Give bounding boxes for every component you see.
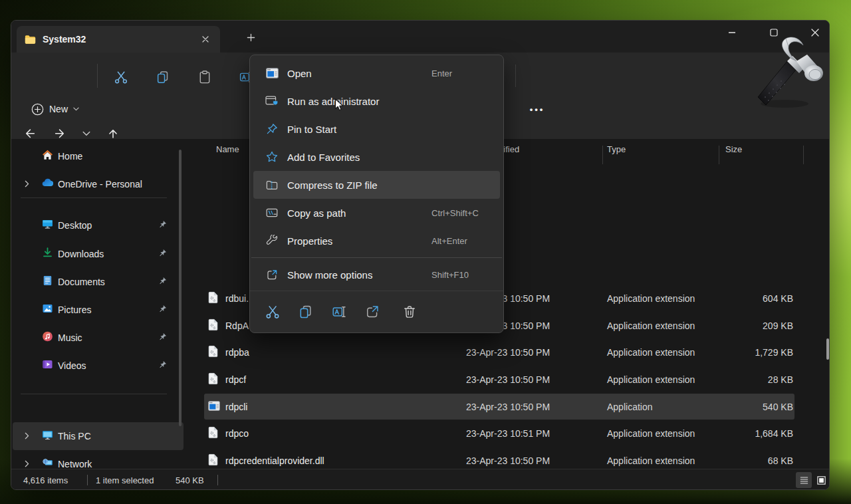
sidebar-item-downloads[interactable]: Downloads xyxy=(13,240,179,268)
sidebar-item-onedrive[interactable]: OneDrive - Personal xyxy=(13,170,179,198)
paste-button[interactable] xyxy=(198,70,212,84)
tab-title: System32 xyxy=(43,34,197,45)
column-header-type[interactable]: Type xyxy=(607,144,626,167)
sidebar-item-label: OneDrive - Personal xyxy=(58,179,142,189)
menu-item-run-as-administrator[interactable]: Run as administrator xyxy=(250,87,503,115)
file-type: Application extension xyxy=(607,455,695,466)
context-menu: Open Enter Run as administrator Pin to S… xyxy=(249,55,504,333)
details-view-button[interactable] xyxy=(796,472,812,488)
see-more-button[interactable]: ••• xyxy=(530,104,545,114)
file-name: RdpA xyxy=(225,320,249,331)
file-row[interactable]: rdpcredentialprovider.dll 23-Apr-23 10:5… xyxy=(11,447,829,469)
status-bar: 4,616 items 1 item selected 540 KB xyxy=(11,469,829,490)
large-icons-view-icon xyxy=(816,475,826,485)
file-date: 23-Apr-23 10:50 PM xyxy=(466,374,550,385)
file-row-selected[interactable]: rdpcli 23-Apr-23 10:50 PM Application 54… xyxy=(11,393,829,420)
column-separator[interactable] xyxy=(719,146,719,164)
dll-file-icon xyxy=(208,372,218,386)
back-button[interactable] xyxy=(24,128,37,140)
menu-item-shortcut: Shift+F10 xyxy=(431,270,469,280)
details-view-icon xyxy=(799,475,809,485)
file-type: Application xyxy=(607,402,653,412)
sidebar-item-desktop[interactable]: Desktop xyxy=(13,211,179,239)
tab-close-icon[interactable] xyxy=(197,31,213,47)
selection-size: 540 KB xyxy=(176,475,204,485)
cut-button[interactable] xyxy=(265,305,280,319)
plus-icon xyxy=(247,33,255,42)
dll-file-icon xyxy=(208,453,218,467)
menu-item-copy-as-path[interactable]: Copy as path Ctrl+Shift+C xyxy=(250,199,503,227)
menu-item-pin-to-start[interactable]: Pin to Start xyxy=(250,115,503,143)
file-type: Application extension xyxy=(607,374,695,385)
menu-item-label: Add to Favorites xyxy=(287,152,360,163)
copy-button[interactable] xyxy=(299,305,313,319)
status-divider xyxy=(217,475,218,485)
menu-item-label: Open xyxy=(287,68,312,79)
dll-file-icon xyxy=(208,318,218,332)
file-size: 1,684 KB xyxy=(703,428,793,439)
forward-button[interactable] xyxy=(54,128,66,140)
file-row[interactable]: rdpba 23-Apr-23 10:50 PM Application ext… xyxy=(11,338,829,366)
new-button[interactable]: New xyxy=(25,96,86,122)
column-header-name[interactable]: Name xyxy=(216,144,239,167)
pin-to-start-icon xyxy=(265,122,279,136)
file-size: 28 KB xyxy=(703,374,793,385)
new-tab-button[interactable] xyxy=(241,29,260,46)
file-name: rdpcli xyxy=(225,402,247,412)
up-button[interactable] xyxy=(107,128,120,140)
menu-item-label: Run as administrator xyxy=(287,96,379,107)
file-type: Application extension xyxy=(607,293,695,304)
menu-item-label: Show more options xyxy=(287,269,372,281)
menu-item-show-more-options[interactable]: Show more options Shift+F10 xyxy=(250,261,503,289)
file-name: rdpcf xyxy=(225,374,246,385)
large-icons-view-button[interactable] xyxy=(813,472,829,488)
minimize-button[interactable] xyxy=(717,23,747,42)
chevron-down-icon xyxy=(73,107,79,111)
delete-button[interactable] xyxy=(402,305,417,319)
sidebar-item-label: Downloads xyxy=(58,249,104,259)
sidebar-separator xyxy=(21,197,167,198)
menu-item-shortcut: Ctrl+Shift+C xyxy=(431,208,479,218)
rename-button[interactable] xyxy=(332,305,346,319)
dll-file-icon xyxy=(208,426,218,440)
file-name: rdpco xyxy=(225,428,249,439)
menu-item-label: Properties xyxy=(287,235,332,247)
desktop: System32 New xyxy=(0,0,851,504)
chevron-right-icon[interactable] xyxy=(25,178,29,190)
tab-bar: System32 xyxy=(11,21,829,53)
menu-item-shortcut: Alt+Enter xyxy=(431,236,467,246)
column-header-size[interactable]: Size xyxy=(725,144,742,167)
star-icon xyxy=(265,150,279,164)
file-type: Application extension xyxy=(607,320,695,331)
menu-item-shortcut: Enter xyxy=(431,68,452,78)
menu-item-open[interactable]: Open Enter xyxy=(250,59,503,87)
downloads-icon xyxy=(42,247,53,261)
file-date: 23-Apr-23 10:50 PM xyxy=(466,455,550,466)
menu-item-properties[interactable]: Properties Alt+Enter xyxy=(250,227,503,255)
tab-system32[interactable]: System32 xyxy=(17,26,220,53)
file-row[interactable]: rdpcf 23-Apr-23 10:50 PM Application ext… xyxy=(11,366,829,393)
cut-button[interactable] xyxy=(114,70,128,84)
file-type: Application extension xyxy=(607,428,695,439)
column-separator[interactable] xyxy=(602,146,603,164)
file-date: 23-Apr-23 10:51 PM xyxy=(466,428,550,439)
menu-item-compress-to-zip[interactable]: Compress to ZIP file xyxy=(253,171,500,199)
plus-circle-icon xyxy=(31,103,44,116)
sidebar-item-home[interactable]: Home xyxy=(13,142,179,170)
sidebar-item-label: Desktop xyxy=(58,220,92,231)
selection-count: 1 item selected xyxy=(96,475,154,485)
recent-locations-button[interactable] xyxy=(82,131,90,136)
column-separator[interactable] xyxy=(803,146,804,164)
copy-as-path-icon xyxy=(265,206,279,219)
file-size: 68 KB xyxy=(703,455,793,466)
share-button[interactable] xyxy=(365,305,380,319)
file-row[interactable]: rdpco 23-Apr-23 10:51 PM Application ext… xyxy=(11,420,829,447)
mouse-cursor xyxy=(334,98,347,115)
new-button-label: New xyxy=(49,104,68,114)
copy-button[interactable] xyxy=(156,70,170,84)
file-list-scrollbar[interactable] xyxy=(826,338,829,360)
wrench-icon xyxy=(265,234,279,247)
file-name: rdpba xyxy=(225,347,249,358)
menu-item-label: Compress to ZIP file xyxy=(287,180,378,191)
menu-item-add-to-favorites[interactable]: Add to Favorites xyxy=(250,143,503,171)
